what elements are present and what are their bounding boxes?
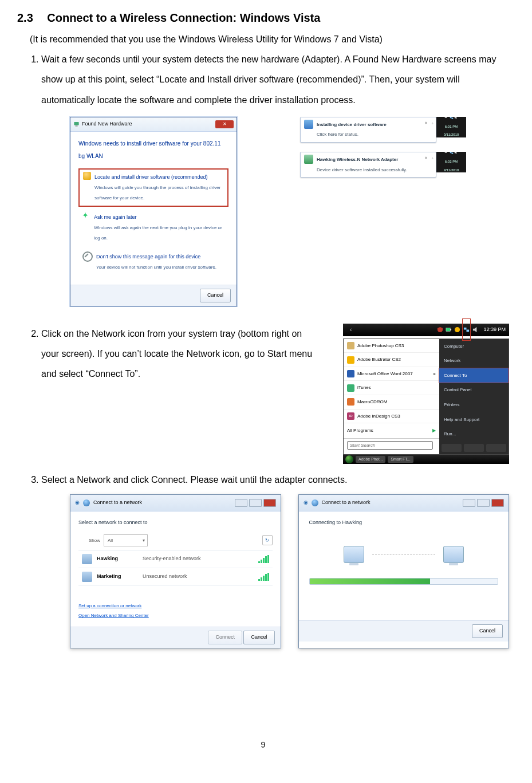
globe-icon <box>312 499 318 506</box>
globe-icon <box>83 499 90 506</box>
recommendation-note: (It is recommended that you use the Wind… <box>30 29 509 49</box>
network-name: Hawking <box>97 553 138 565</box>
step-1: Wait a few seconds until your system det… <box>41 49 509 306</box>
link-setup-connection[interactable]: Set up a connection or network <box>78 601 273 611</box>
option-locate-install[interactable]: Locate and install driver software (reco… <box>78 168 228 207</box>
volume-icon <box>454 116 458 120</box>
sm-item-word[interactable]: Microsoft Office Word 2007▸ <box>344 367 439 381</box>
lock-button[interactable] <box>464 444 484 452</box>
volume-icon[interactable] <box>472 326 479 333</box>
battery-icon[interactable] <box>446 326 452 333</box>
sm-r-run[interactable]: Run... <box>439 427 509 442</box>
network-tray-icon[interactable] <box>463 319 470 340</box>
maximize-button[interactable] <box>477 499 490 507</box>
svg-rect-2 <box>450 117 451 118</box>
svg-rect-7 <box>451 329 452 330</box>
dialog-titlebar: ◉ Connect to a network <box>299 495 509 511</box>
close-button[interactable] <box>263 499 276 507</box>
maximize-button[interactable] <box>249 499 262 507</box>
tray-clock[interactable]: 12:39 PM <box>483 324 506 336</box>
sm-item-indesign[interactable]: IDAdobe InDesign CS3 <box>344 410 439 424</box>
cancel-button[interactable]: Cancel <box>472 624 503 638</box>
start-orb[interactable] <box>345 455 353 463</box>
network-name: Marketing <box>97 571 138 583</box>
network-icon <box>82 572 92 582</box>
hardware-icon <box>73 121 80 127</box>
balloon-1-desc: Click here for status. <box>317 129 387 140</box>
signal-icon <box>258 555 269 563</box>
sm-r-help[interactable]: Help and Support <box>439 412 509 427</box>
svg-rect-6 <box>446 328 450 332</box>
sm-r-printers[interactable]: Printers <box>439 398 509 412</box>
page-number: 9 <box>17 740 509 749</box>
section-number: 2.3 <box>17 11 33 24</box>
close-button[interactable] <box>491 499 504 507</box>
option-dont-show[interactable]: Don't show this message again for this d… <box>78 249 228 276</box>
network-icon <box>82 554 92 564</box>
option-ask-later[interactable]: ✦ Ask me again later Windows will ask ag… <box>78 209 228 246</box>
taskbar-item-2[interactable]: Smart FT... <box>388 456 413 463</box>
sm-item-itunes[interactable]: iTunes <box>344 381 439 395</box>
back-icon[interactable]: ◉ <box>75 497 80 509</box>
refresh-button[interactable]: ↻ <box>262 535 273 545</box>
network-icon <box>450 116 454 120</box>
option-1-desc: Windows will guide you through the proce… <box>94 183 224 203</box>
option-1-title: Locate and install driver software (reco… <box>94 172 224 183</box>
balloon-installed[interactable]: ⬨ ✕ Hawking Wireless-N Network Adapter D… <box>300 152 436 178</box>
installing-icon <box>304 120 313 129</box>
option-3-desc: Your device will not function until you … <box>96 262 216 273</box>
network-item-marketing[interactable]: Marketing Unsecured network <box>78 568 273 586</box>
option-2-title: Ask me again later <box>94 212 224 223</box>
show-dropdown[interactable]: All <box>104 534 148 547</box>
signal-icon <box>258 573 269 581</box>
connect-button[interactable]: Connect <box>208 631 242 644</box>
close-icon[interactable]: ✕ <box>424 119 428 127</box>
step-2: Click on the Network icon from your syst… <box>41 324 509 464</box>
balloon-installing[interactable]: ⬨ ✕ Installing device driver software Cl… <box>300 117 436 143</box>
sm-r-network[interactable]: Network <box>439 353 509 368</box>
link-network-sharing[interactable]: Open Network and Sharing Center <box>78 611 273 621</box>
updates-icon[interactable] <box>454 326 460 333</box>
close-icon[interactable]: ✕ <box>424 154 428 162</box>
power-button[interactable] <box>442 444 462 452</box>
sm-r-computer[interactable]: Computer <box>439 339 509 354</box>
found-new-hardware-dialog: Found New Hardware ✕ Windows needs to in… <box>70 117 237 306</box>
show-label: Show <box>89 536 100 546</box>
close-button[interactable]: ✕ <box>215 120 234 128</box>
taskbar-item-1[interactable]: Adobe Phot... <box>356 456 385 463</box>
svg-point-8 <box>455 327 460 332</box>
svg-rect-4 <box>450 152 451 153</box>
start-menu-left: Adobe Photoshop CS3 Adobe Illustrator CS… <box>344 339 439 454</box>
sm-item-photoshop[interactable]: Adobe Photoshop CS3 <box>344 339 439 353</box>
svg-rect-10 <box>467 330 470 332</box>
sm-all-programs[interactable]: All Programs▶ <box>344 423 439 438</box>
cancel-button[interactable]: Cancel <box>243 631 274 644</box>
sm-item-macrocdrom[interactable]: MacroCDROM <box>344 395 439 410</box>
option-2-desc: Windows will ask again the next time you… <box>94 223 224 243</box>
cancel-button[interactable]: Cancel <box>200 289 231 302</box>
minimize-button[interactable] <box>463 499 475 507</box>
sm-item-illustrator[interactable]: Adobe Illustrator CS2 <box>344 353 439 367</box>
back-icon[interactable]: ◉ <box>304 497 308 509</box>
shield-icon[interactable] <box>437 326 443 333</box>
start-menu: Adobe Photoshop CS3 Adobe Illustrator CS… <box>343 339 509 455</box>
tray-expand-icon[interactable]: ‹ <box>350 324 352 336</box>
sm-r-connect-to[interactable]: Connect To <box>439 368 509 383</box>
connecting-label: Connecting to Hawking <box>309 517 499 529</box>
sm-r-control-panel[interactable]: Control Panel <box>439 383 509 398</box>
svg-rect-9 <box>464 328 467 330</box>
step-2-figure: ‹ 12:39 PM Adobe Photoshop CS3 Adobe Ill… <box>343 324 509 464</box>
sm-search <box>344 438 439 453</box>
dialog-title: Connect to a network <box>322 497 371 509</box>
svg-rect-0 <box>74 122 78 125</box>
section-title: Connect to a Wireless Connection: Window… <box>47 11 320 24</box>
shutdown-menu[interactable] <box>486 444 506 452</box>
pc-icon <box>344 546 364 563</box>
balloon-1-title: Installing device driver software <box>317 120 387 130</box>
svg-rect-3 <box>451 117 453 119</box>
select-network-label: Select a network to connect to <box>78 517 273 529</box>
system-tray-1: 6:01 PM 3/11/2010 <box>436 117 466 137</box>
start-search-input[interactable] <box>347 441 433 450</box>
minimize-button[interactable] <box>235 499 247 507</box>
network-item-hawking[interactable]: Hawking Security-enabled network <box>78 550 273 568</box>
